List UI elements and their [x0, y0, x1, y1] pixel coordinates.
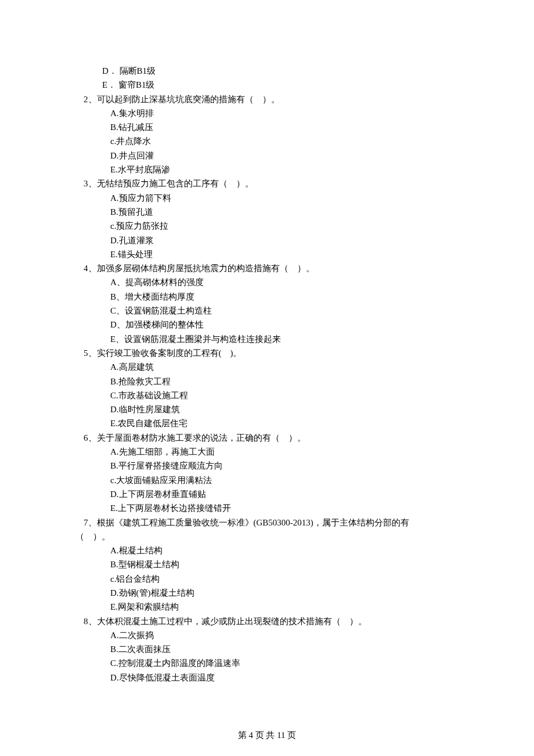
option: C.控制混凝土内部温度的降温速率: [75, 656, 459, 670]
option: A、提高砌体材料的强度: [75, 275, 459, 289]
question-stem: 4、加强多层砌体结构房屋抵抗地震力的构造措施有（ ）。: [75, 261, 459, 275]
option: B.抢险救灾工程: [75, 375, 459, 388]
option: E、设置钢筋混凝土圈梁并与构造柱连接起来: [75, 332, 459, 346]
orphan-option: D． 隔断B1级: [75, 64, 459, 78]
question-stem-cont: （ ）。: [75, 530, 459, 543]
option: B.平行屋脊搭接缝应顺流方向: [75, 459, 459, 473]
questions-block: 2、可以起到防止深基坑坑底突涌的措施有（ ）。A.集水明排B.钻孔减压c.井点降…: [75, 92, 459, 685]
option: A.先施工细部，再施工大面: [75, 445, 459, 459]
option: c.铝台金结构: [75, 572, 459, 586]
question-stem: 2、可以起到防止深基坑坑底突涌的措施有（ ）。: [75, 92, 459, 106]
option: B.二次表面抹压: [75, 642, 459, 656]
option: E.网架和索膜结构: [75, 600, 459, 614]
orphan-options-block: D． 隔断B1级E． 窗帘B1级: [75, 64, 459, 92]
question-stem: 3、无牯结预应力施工包含的工序有（ ）。: [75, 177, 459, 190]
option: D.尽快降低混凝土表面温度: [75, 671, 459, 685]
option: B.型钢棍凝土结构: [75, 557, 459, 571]
option: A.预应力箭下料: [75, 191, 459, 205]
option: B.预留孔道: [75, 205, 459, 219]
option: c.预应力筋张拉: [75, 219, 459, 233]
option: c.井点降水: [75, 134, 459, 148]
option: E.上下两层卷材长边搭接缝错开: [75, 501, 459, 515]
option: c.大坡面铺贴应采用满粘法: [75, 473, 459, 487]
option: A.棍凝土结构: [75, 543, 459, 557]
option: C.市政基础设施工程: [75, 388, 459, 402]
option: D.临时性房屋建筑: [75, 402, 459, 416]
question-stem: 6、关于屋面卷材防水施工要求的说法，正确的有（ ）。: [75, 431, 459, 445]
orphan-option: E． 窗帘B1级: [75, 78, 459, 92]
question-stem: 7、根据《建筑工程施工质量验收统一标准》(GB50300-2013)，属于主体结…: [75, 516, 459, 530]
option: D.井点回灌: [75, 149, 459, 163]
option: E.农民自建低层住宅: [75, 416, 459, 430]
option: D.孔道灌浆: [75, 233, 459, 247]
footer-text: 第 4 页 共 11 页: [238, 730, 297, 740]
page-footer: 第 4 页 共 11 页: [0, 730, 534, 741]
option: B、增大楼面结构厚度: [75, 290, 459, 304]
option: E.锚头处理: [75, 247, 459, 261]
option: C、设置钢筋混凝土构造柱: [75, 304, 459, 318]
option: E.水平封底隔渗: [75, 163, 459, 177]
option: D、加强楼梯间的整体性: [75, 318, 459, 332]
option: A.集水明排: [75, 106, 459, 120]
question-stem: 5、实行竣工验收备案制度的工程有( )。: [75, 346, 459, 360]
question-stem: 8、大体积混凝土施工过程中，减少或防止出现裂缝的技术措施有（ ）。: [75, 614, 459, 628]
page-content: D． 隔断B1级E． 窗帘B1级 2、可以起到防止深基坑坑底突涌的措施有（ ）。…: [0, 0, 534, 756]
option: A.二次振捣: [75, 628, 459, 642]
option: A.高层建筑: [75, 360, 459, 374]
option: B.钻孔减压: [75, 120, 459, 134]
option: D.上下两层卷材垂直铺贴: [75, 487, 459, 501]
option: D.劲钢(管)棍凝土结构: [75, 586, 459, 600]
